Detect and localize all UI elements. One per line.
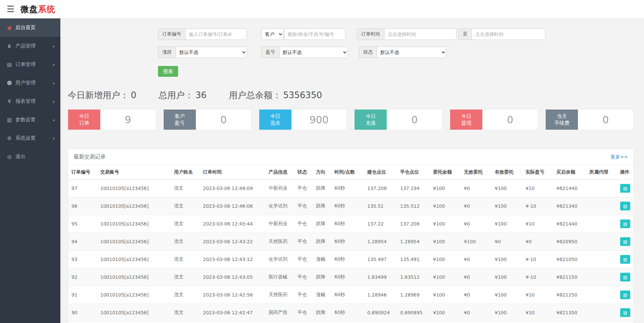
stat-card-label-line1: 今日 <box>366 113 376 120</box>
sidebar-item-product[interactable]: ฿产品管理▸ <box>0 37 60 55</box>
cell-close-price: 137.208 <box>397 215 430 233</box>
cell-user-name: 浩文 <box>171 197 200 215</box>
cell-amount: ¥100 <box>430 233 461 251</box>
cell-order-id: 93 <box>68 251 97 268</box>
cell-profit: ¥0 <box>522 233 553 251</box>
sidebar-item-user[interactable]: ☻用户管理▸ <box>0 74 60 92</box>
order-no-label: 订单编号 <box>158 28 185 40</box>
filter-row-2: 涨跌 默认不选 盈亏 默认不选 状态 默认不选 <box>158 47 644 58</box>
params-icon: ▥ <box>5 117 13 123</box>
column-header: 平仓点位 <box>397 165 430 180</box>
brand-logo: 微盘系统 <box>20 4 55 15</box>
column-header: 操作 <box>617 165 634 180</box>
cell-open-price: 1.83499 <box>364 268 397 286</box>
row-detail-button[interactable]: ▤ <box>620 255 630 264</box>
customer-input[interactable] <box>284 28 346 40</box>
cell-invalid-amount: ¥0 <box>461 286 491 304</box>
cell-user-name: 浩文 <box>171 322 200 323</box>
stat-card-label-line2: 流水 <box>270 120 280 126</box>
order-no-group: 订单编号 <box>158 28 247 40</box>
trades-panel: 最新交易记录 更多>> 订单编号交易账号用户姓名订单时间产品信息状态方向时间/点… <box>68 149 634 323</box>
row-detail-button[interactable]: ▤ <box>620 237 630 246</box>
detail-list-icon: ▤ <box>623 257 627 262</box>
row-detail-button[interactable]: ▤ <box>620 273 630 281</box>
system-icon: ⚙ <box>5 135 13 141</box>
row-detail-button[interactable]: ▤ <box>620 184 630 193</box>
cell-direction: 跌降 <box>313 215 331 233</box>
time-start-input[interactable] <box>384 28 457 40</box>
brand-text-black: 微盘 <box>20 4 38 14</box>
cell-product: 天然医药 <box>265 233 294 251</box>
column-header: 所属代理 <box>586 165 617 180</box>
cell-order-id: 97 <box>68 180 97 197</box>
cell-valid-amount: ¥100 <box>491 322 522 323</box>
stat-card-value: 0 <box>482 110 538 130</box>
profit-select[interactable]: 默认不选 <box>279 47 348 58</box>
search-button[interactable]: 搜索 <box>158 66 178 77</box>
cell-balance: ¥821450 <box>553 322 586 323</box>
cell-agent <box>586 268 617 286</box>
sidebar-item-system[interactable]: ⚙系统设置▸ <box>0 129 60 147</box>
row-detail-button[interactable]: ▤ <box>620 308 630 317</box>
chevron-right-icon: ▸ <box>53 136 55 141</box>
detail-list-icon: ▤ <box>623 310 627 315</box>
cell-close-price: 135.491 <box>397 251 430 268</box>
sidebar-item-report[interactable]: ¥报表管理▸ <box>0 92 60 111</box>
cell-user-name: 浩文 <box>171 180 200 197</box>
cell-product: 化学试剂 <box>265 197 294 215</box>
table-row: 9010010105[a123456]浩文2023-03-06 12:42:47… <box>68 304 634 322</box>
row-detail-button[interactable]: ▤ <box>620 202 630 210</box>
cell-status: 平仓 <box>294 215 313 233</box>
cell-duration: 60秒 <box>331 251 364 268</box>
customer-type-select[interactable]: 客户 <box>261 28 283 40</box>
cell-balance: ¥820950 <box>553 233 586 251</box>
sidebar-item-params[interactable]: ▥参数设置▸ <box>0 111 60 129</box>
cell-order-time: 2023-03-06 12:42:41 <box>200 322 265 323</box>
stat-card-label-line1: 今日 <box>270 113 280 120</box>
sidebar-item-order[interactable]: ▤订单管理▸ <box>0 55 60 74</box>
cell-valid-amount: ¥0 <box>491 233 522 251</box>
updown-label: 涨跌 <box>158 47 176 58</box>
column-header: 建仓点位 <box>364 165 397 180</box>
column-header: 时间/点数 <box>331 165 364 180</box>
cell-invalid-amount: ¥0 <box>461 322 491 323</box>
stat-card-label: 今日提现 <box>450 110 482 130</box>
sidebar-item-logout[interactable]: ◎退出 <box>0 147 60 166</box>
order-no-input[interactable] <box>185 28 247 40</box>
cell-open-price: 135.51 <box>364 197 397 215</box>
status-select[interactable]: 默认不选 <box>377 47 446 58</box>
cell-open-price: 1.28946 <box>364 286 397 304</box>
cell-balance: ¥821440 <box>553 180 586 197</box>
cell-status: 平仓 <box>294 233 313 251</box>
menu-toggle-icon[interactable]: ☰ <box>7 5 14 13</box>
cell-amount: ¥100 <box>430 215 461 233</box>
row-detail-button[interactable]: ▤ <box>620 219 630 228</box>
column-header: 用户姓名 <box>171 165 200 180</box>
time-end-input[interactable] <box>472 28 545 40</box>
cell-operation: ▤ <box>617 268 634 286</box>
stat-card-value: 900 <box>291 110 347 130</box>
stat-card-label: 当天手续费 <box>546 110 578 130</box>
more-link[interactable]: 更多>> <box>611 154 628 160</box>
cell-direction: 跌降 <box>313 197 331 215</box>
column-header: 订单编号 <box>68 165 97 180</box>
cell-user-name: 浩文 <box>171 233 200 251</box>
cell-direction: 跌降 <box>313 322 331 323</box>
sidebar-item-home[interactable]: ◉后台首页 <box>0 18 60 37</box>
cell-order-id: 94 <box>68 233 97 251</box>
cell-close-price: 135.512 <box>397 197 430 215</box>
stat-card: 今日流水900 <box>259 109 347 130</box>
cell-order-id: 96 <box>68 197 97 215</box>
cell-status: 平仓 <box>294 197 313 215</box>
cell-invalid-amount: ¥0 <box>461 304 491 322</box>
stats-summary: 今日新增用户：0 总用户：36 用户总余额：5356350 <box>68 89 644 101</box>
updown-select[interactable]: 默认不选 <box>176 47 247 58</box>
cell-open-price: 0.890924 <box>364 304 397 322</box>
row-detail-button[interactable]: ▤ <box>620 290 630 299</box>
cell-balance: ¥821440 <box>553 215 586 233</box>
filter-form: 订单编号 客户 订单时间 至 涨跌 默认不选 盈亏 默认 <box>158 28 644 77</box>
cell-duration: 60秒 <box>331 233 364 251</box>
stat-new-users: 今日新增用户：0 <box>68 90 137 100</box>
cell-duration: 60秒 <box>331 180 364 197</box>
cell-agent <box>586 215 617 233</box>
